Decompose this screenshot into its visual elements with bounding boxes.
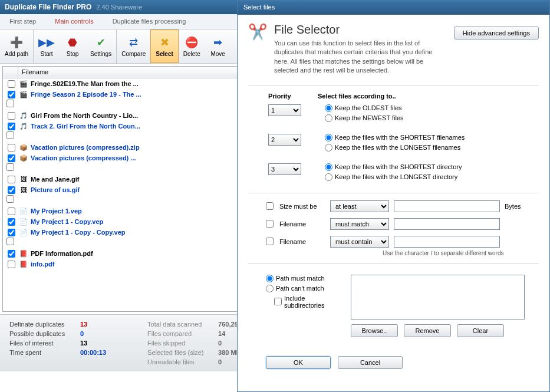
delete-icon: ⛔ <box>185 35 199 50</box>
filename-contain-checkbox[interactable] <box>266 238 274 245</box>
row-checkbox[interactable] <box>8 229 15 236</box>
skipped-label: Files skipped <box>147 340 218 347</box>
path-cant-match-radio[interactable] <box>266 285 274 292</box>
row-checkbox[interactable] <box>8 112 15 120</box>
row-checkbox[interactable] <box>8 123 15 130</box>
compare-icon: ⇄ <box>127 35 141 50</box>
filename-match-select[interactable]: must match <box>330 218 389 230</box>
possible-value: 0 <box>80 330 84 337</box>
move-icon: ➡ <box>211 35 225 50</box>
shortest-filename-radio[interactable] <box>325 134 332 141</box>
ok-button[interactable]: OK <box>266 356 331 369</box>
app-subtitle: 2.40 Shareware <box>96 4 142 11</box>
unread-value: 0 <box>218 358 222 365</box>
priority-1-select[interactable]: 1 <box>268 104 301 116</box>
col-check[interactable] <box>3 67 18 78</box>
path-must-match-radio[interactable] <box>266 275 274 282</box>
size-must-be-checkbox[interactable] <box>266 202 274 210</box>
longest-filename-radio[interactable] <box>325 144 332 151</box>
compare-button[interactable]: ⇄ Compare <box>117 29 150 63</box>
row-checkbox[interactable] <box>6 238 14 245</box>
scanned-value: 760,25 <box>218 321 238 328</box>
selected-label: Selected files (size) <box>147 349 218 356</box>
file-type-icon: 🎬 <box>19 90 28 99</box>
size-comparison-select[interactable]: at least <box>330 200 389 212</box>
filename-contain-select[interactable]: must contain <box>330 236 389 248</box>
start-button[interactable]: ▶▶ Start <box>34 29 60 63</box>
settings-button[interactable]: ✔ Settings <box>85 29 116 63</box>
size-input[interactable] <box>394 200 500 212</box>
add-path-button[interactable]: ➕ Add path <box>0 29 33 63</box>
filename-contain-label: Filename <box>279 238 325 245</box>
file-type-icon: 📄 <box>19 206 28 216</box>
file-type-icon: 📕 <box>19 249 28 258</box>
file-type-icon: 🖼 <box>19 174 28 184</box>
file-type-icon: 📦 <box>19 153 28 163</box>
select-according-header: Select files according to.. <box>318 93 396 100</box>
row-checkbox[interactable] <box>8 144 15 151</box>
hide-advanced-button[interactable]: Hide advanced settings <box>454 27 539 39</box>
priority-3-select[interactable]: 3 <box>268 163 301 175</box>
row-checkbox[interactable] <box>8 80 15 88</box>
include-subdirs-checkbox[interactable] <box>274 298 282 305</box>
row-checkbox[interactable] <box>6 131 14 139</box>
row-checkbox[interactable] <box>8 261 15 268</box>
file-type-icon: 📄 <box>19 228 28 237</box>
stop-button[interactable]: ⬣ Stop <box>60 29 85 63</box>
row-checkbox[interactable] <box>6 100 14 107</box>
definate-label: Definate duplicates <box>9 321 80 328</box>
file-type-icon: 🖼 <box>19 185 28 195</box>
keep-oldest-radio[interactable] <box>325 104 332 112</box>
remove-button[interactable]: Remove <box>404 324 451 337</box>
file-type-icon: 📄 <box>19 217 28 226</box>
possible-label: Possible duplicates <box>9 330 80 337</box>
row-checkbox[interactable] <box>8 218 15 226</box>
longest-dir-radio[interactable] <box>325 173 332 181</box>
delete-button[interactable]: ⛔ Delete <box>179 29 205 63</box>
file-type-icon: 🎬 <box>19 79 28 88</box>
priority-header: Priority <box>268 93 318 100</box>
filename-match-checkbox[interactable] <box>266 220 274 228</box>
compared-label: Files compared <box>147 330 218 337</box>
row-checkbox[interactable] <box>8 186 15 194</box>
path-textarea[interactable] <box>351 275 525 319</box>
select-button[interactable]: ✖ Select <box>150 29 178 63</box>
priority-2-select[interactable]: 2 <box>268 134 301 146</box>
tab-duplicate-processing[interactable]: Duplicate files processing <box>103 14 196 29</box>
browse-button[interactable]: Browse.. <box>351 324 398 337</box>
dialog-heading: File Selector <box>274 23 439 37</box>
check-icon: ✔ <box>94 35 108 50</box>
filename-match-input[interactable] <box>394 218 500 230</box>
bytes-label: Bytes <box>505 203 521 210</box>
compared-value: 14 <box>218 330 225 337</box>
file-type-icon: 🎵 <box>19 111 28 120</box>
row-checkbox[interactable] <box>6 163 14 171</box>
filename-match-label: Filename <box>279 220 325 228</box>
filter-note: Use the character / to separate differen… <box>383 250 539 256</box>
size-must-be-label: Size must be <box>279 203 325 210</box>
cancel-button[interactable]: Cancel <box>338 356 403 369</box>
file-type-icon: 📕 <box>19 259 28 269</box>
row-checkbox[interactable] <box>8 154 15 162</box>
row-checkbox[interactable] <box>8 91 15 98</box>
app-title: Duplicate File Finder PRO <box>5 3 91 11</box>
tab-first-step[interactable]: First step <box>0 14 45 29</box>
file-type-icon: 📦 <box>19 143 28 152</box>
file-type-icon: 🎵 <box>19 121 28 131</box>
select-icon: ✖ <box>157 35 172 50</box>
tab-main-controls[interactable]: Main controls <box>45 14 103 29</box>
interest-label: Files of interest <box>9 340 80 347</box>
shortest-dir-radio[interactable] <box>325 163 332 171</box>
row-checkbox[interactable] <box>8 176 15 183</box>
play-icon: ▶▶ <box>39 35 54 50</box>
unread-label: Unreadable files <box>147 358 218 365</box>
filename-contain-input[interactable] <box>394 236 500 248</box>
clear-button[interactable]: Clear <box>457 324 504 337</box>
row-checkbox[interactable] <box>6 195 14 203</box>
plus-icon: ➕ <box>9 35 24 50</box>
move-button[interactable]: ➡ Move <box>205 29 231 63</box>
row-checkbox[interactable] <box>8 207 15 215</box>
keep-newest-radio[interactable] <box>325 114 332 122</box>
row-checkbox[interactable] <box>8 250 15 258</box>
interest-value: 13 <box>80 340 87 347</box>
